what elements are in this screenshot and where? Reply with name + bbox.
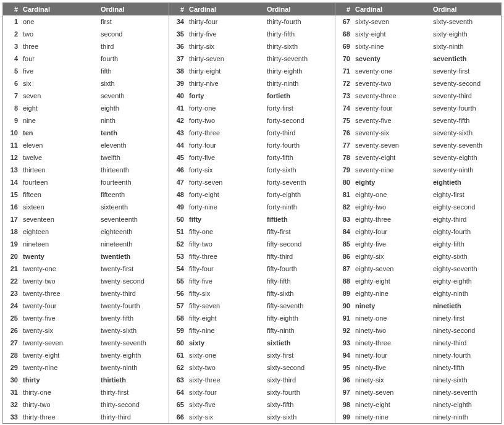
table-row: 2twosecond: [3, 28, 169, 40]
cell-cardinal: fourteen: [20, 176, 99, 188]
cell-ordinal: ninety-sixth: [432, 374, 501, 386]
table-row: 36thirty-sixthirty-sixth: [169, 40, 335, 53]
cell-number: 55: [169, 275, 187, 287]
cell-cardinal: fifty-two: [187, 238, 266, 250]
cell-cardinal: ninety-seven: [353, 386, 432, 398]
table-row: 89eighty-nineeighty-ninth: [335, 287, 501, 300]
cell-cardinal: seventy-one: [353, 65, 432, 77]
cell-ordinal: eighty-eighth: [432, 275, 501, 287]
cell-ordinal: ninety-ninth: [432, 411, 501, 423]
table-row: 19nineteennineteenth: [3, 238, 169, 250]
table-row: 99ninety-nineninety-ninth: [335, 411, 501, 423]
cell-ordinal: twenty-second: [99, 275, 169, 287]
cell-cardinal: fifty-four: [187, 263, 266, 275]
cell-cardinal: forty-six: [187, 164, 266, 176]
table-row: 61sixty-onesixty-first: [169, 349, 335, 361]
table-row: 32thirty-twothirty-second: [3, 398, 169, 411]
cell-ordinal: fiftieth: [266, 213, 335, 225]
cell-cardinal: seventy: [353, 53, 432, 65]
cell-number: 44: [169, 139, 187, 151]
cell-number: 17: [3, 213, 20, 225]
table-row: 35thirty-fivethirty-fifth: [169, 28, 335, 40]
cell-cardinal: twenty-five: [20, 312, 99, 324]
cell-ordinal: sixty-fourth: [266, 386, 335, 398]
cell-cardinal: thirteen: [20, 164, 99, 176]
cell-cardinal: thirty-four: [187, 15, 266, 28]
cell-cardinal: ninety-four: [353, 349, 432, 361]
cell-number: 29: [3, 361, 20, 374]
cell-number: 40: [169, 90, 187, 102]
table-row: 24twenty-fourtwenty-fourth: [3, 300, 169, 312]
table-row: 66sixty-sixsixty-sixth: [169, 411, 335, 423]
cell-ordinal: thirty-sixth: [266, 40, 335, 53]
cell-cardinal: fifteen: [20, 188, 99, 201]
table-row: 46forty-sixforty-sixth: [169, 164, 335, 176]
table-row: 74seventy-fourseventy-fourth: [335, 102, 501, 114]
table-row: 27twenty-seventwenty-seventh: [3, 337, 169, 349]
cell-ordinal: ninety-fourth: [432, 349, 501, 361]
cell-number: 42: [169, 114, 187, 127]
table-row: 21twenty-onetwenty-first: [3, 263, 169, 275]
cell-number: 32: [3, 398, 20, 411]
cell-ordinal: ninety-seventh: [432, 386, 501, 398]
table-row: 85eighty-fiveeighty-fifth: [335, 238, 501, 250]
cell-number: 91: [335, 312, 353, 324]
cell-number: 78: [335, 151, 353, 164]
cell-ordinal: twenty-third: [99, 287, 169, 300]
cell-number: 25: [3, 312, 20, 324]
table-row: 52fifty-twofifty-second: [169, 238, 335, 250]
cell-ordinal: fifteenth: [99, 188, 169, 201]
cell-number: 19: [3, 238, 20, 250]
table-row: 25twenty-fivetwenty-fifth: [3, 312, 169, 324]
table-row: 68sixty-eightsixty-eighth: [335, 28, 501, 40]
cell-cardinal: seventy-five: [353, 114, 432, 127]
table-row: 6sixsixth: [3, 77, 169, 90]
cell-cardinal: ten: [20, 127, 99, 139]
cell-ordinal: sixty-first: [266, 349, 335, 361]
cell-cardinal: ninety-one: [353, 312, 432, 324]
table-row: 31thirty-onethirty-first: [3, 386, 169, 398]
cell-cardinal: twenty-three: [20, 287, 99, 300]
cell-ordinal: forty-third: [266, 127, 335, 139]
cell-number: 82: [335, 201, 353, 213]
table-row: 80eightyeightieth: [335, 176, 501, 188]
cell-cardinal: eighty-eight: [353, 275, 432, 287]
cell-number: 11: [3, 139, 20, 151]
cell-ordinal: ninetieth: [432, 300, 501, 312]
cell-number: 67: [335, 15, 353, 28]
cell-cardinal: forty-one: [187, 102, 266, 114]
table-row: 72seventy-twoseventy-second: [335, 77, 501, 90]
header-cardinal: Cardinal: [20, 6, 99, 13]
cell-ordinal: twenty-fourth: [99, 300, 169, 312]
table-row: 84eighty-foureighty-fourth: [335, 225, 501, 238]
cell-cardinal: seven: [20, 90, 99, 102]
cell-ordinal: seventy-first: [432, 65, 501, 77]
cell-cardinal: sixty-five: [187, 398, 266, 411]
table-row: 67sixty-sevensixty-seventh: [335, 15, 501, 28]
table-row: 14fourteenfourteenth: [3, 176, 169, 188]
cell-ordinal: seventeenth: [99, 213, 169, 225]
cell-cardinal: fifty-seven: [187, 300, 266, 312]
cell-number: 88: [335, 275, 353, 287]
cell-number: 36: [169, 40, 187, 53]
table-row: 96ninety-sixninety-sixth: [335, 374, 501, 386]
cell-ordinal: ninety-eighth: [432, 398, 501, 411]
cell-number: 6: [3, 77, 20, 90]
table-row: 81eighty-oneeighty-first: [335, 188, 501, 201]
cell-ordinal: seventieth: [432, 53, 501, 65]
cell-number: 22: [3, 275, 20, 287]
cell-number: 53: [169, 250, 187, 263]
cell-ordinal: thirty-first: [99, 386, 169, 398]
cell-cardinal: fifty: [187, 213, 266, 225]
table-row: 70seventyseventieth: [335, 53, 501, 65]
cell-ordinal: fifth: [99, 65, 169, 77]
cell-number: 72: [335, 77, 353, 90]
cell-ordinal: fifty-third: [266, 250, 335, 263]
table-row: 13thirteenthirteenth: [3, 164, 169, 176]
cell-cardinal: thirty-five: [187, 28, 266, 40]
cell-cardinal: sixty-two: [187, 361, 266, 374]
cell-ordinal: twelfth: [99, 151, 169, 164]
table-row: 4fourfourth: [3, 53, 169, 65]
cell-cardinal: fifty-three: [187, 250, 266, 263]
cell-ordinal: forty-eighth: [266, 188, 335, 201]
